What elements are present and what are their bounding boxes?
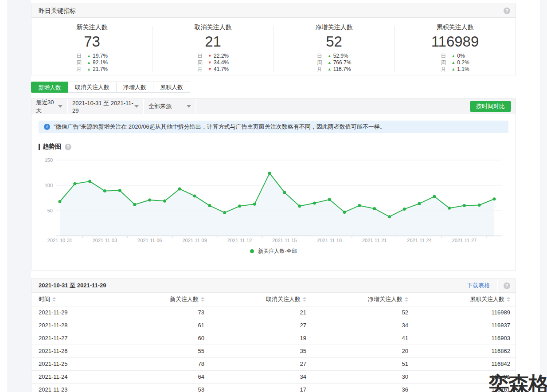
followers-table: 时间 新关注人数 取消关注人数 净增关注人数 累积关注人数 2021-11-29… <box>31 293 516 392</box>
percent-value: 116.7% <box>333 66 351 72</box>
column-header-total[interactable]: 累积关注人数 <box>414 293 516 306</box>
help-icon <box>504 282 510 289</box>
table-row: 2021-11-26553520116862 <box>31 345 516 357</box>
column-header-time[interactable]: 时间 <box>31 293 109 306</box>
table-cell: 19 <box>211 332 313 345</box>
help-icon[interactable] <box>504 8 510 14</box>
percent-value: 52.9% <box>333 53 348 59</box>
period-label: 日 <box>441 53 451 59</box>
column-header-unfollow[interactable]: 取消关注人数 <box>211 293 313 306</box>
metric-value: 73 <box>31 33 152 51</box>
metric-tabs: 新增人数 取消关注人数 净增人数 累积人数 <box>31 82 190 93</box>
svg-text:100: 100 <box>45 183 53 188</box>
table-cell: 21 <box>211 306 313 319</box>
svg-text:2021-11-15: 2021-11-15 <box>272 238 297 243</box>
table-cell: 2021-11-25 <box>31 357 109 370</box>
svg-text:2021-11-27: 2021-11-27 <box>452 238 477 243</box>
compare-by-time-button[interactable]: 按时间对比 <box>470 101 511 112</box>
svg-text:2021-10-31: 2021-10-31 <box>47 238 72 243</box>
chart-legend[interactable]: 新关注人数-全部 <box>31 247 516 255</box>
table-header-bar: 2021-10-31 至 2021-11-29 下载表格 <box>31 279 516 293</box>
trend-arrow-icon: ▼ <box>208 59 214 66</box>
svg-text:2021-11-09: 2021-11-09 <box>182 238 207 243</box>
metrics-row: 新关注人数 73 日▲19.7% 周▲92.1% 月▲21.7% 取消关注人数 … <box>31 18 516 73</box>
sort-icon <box>52 297 56 302</box>
trend-arrow-icon: ▲ <box>451 53 457 59</box>
metric-new-followers: 新关注人数 73 日▲19.7% 周▲92.1% 月▲21.7% <box>31 24 152 73</box>
percent-value: 22.2% <box>214 53 229 59</box>
metric-label: 累积关注人数 <box>395 24 516 31</box>
help-icon[interactable] <box>65 144 71 150</box>
date-preset-dropdown[interactable]: 最近30天 <box>31 99 68 114</box>
table-cell: 55 <box>109 345 211 357</box>
period-label: 周 <box>197 59 208 66</box>
table-row: 2021-11-24643430116791 <box>31 370 516 383</box>
period-label: 日 <box>197 53 208 59</box>
table-cell: 78 <box>109 357 211 370</box>
metric-total-followers: 累积关注人数 116989 日▲0% 周▲0.2% 月▲1.1% <box>395 24 516 73</box>
table-cell: 116937 <box>414 319 516 332</box>
trend-arrow-icon: ▲ <box>87 66 93 73</box>
table-cell: 20 <box>313 345 414 357</box>
table-cell: 52 <box>313 306 414 319</box>
legend-marker-icon <box>250 249 254 253</box>
trend-arrow-icon: ▲ <box>451 66 457 73</box>
trend-chart: 501001502021-10-312021-11-032021-11-0620… <box>39 154 508 245</box>
tab-new-followers[interactable]: 新增人数 <box>31 82 68 93</box>
source-value: 全部来源 <box>148 102 172 110</box>
percent-value: 1.1% <box>457 66 469 72</box>
trend-card: 最近30天 2021-10-31 至 2021-11-29 全部来源 按时间对比… <box>31 98 516 270</box>
table-cell: 34 <box>313 319 414 332</box>
column-header-new[interactable]: 新关注人数 <box>109 293 211 306</box>
source-dropdown[interactable]: 全部来源 <box>144 99 196 114</box>
period-label: 日 <box>76 53 87 59</box>
period-label: 月 <box>441 66 451 73</box>
svg-text:2021-11-12: 2021-11-12 <box>227 238 252 243</box>
metric-label: 取消关注人数 <box>152 24 274 31</box>
trend-arrow-icon: ▲ <box>87 53 93 59</box>
table-cell: 30 <box>313 370 414 383</box>
sort-icon <box>201 297 204 302</box>
data-table-card: 2021-10-31 至 2021-11-29 下载表格 时间 新关注人数 取消… <box>31 278 516 392</box>
table-cell: 27 <box>211 357 313 370</box>
table-cell: 17 <box>211 383 313 392</box>
period-label: 周 <box>76 59 87 66</box>
watermark: 奕森格 <box>488 371 547 392</box>
svg-text:50: 50 <box>47 208 53 213</box>
table-cell: 27 <box>211 319 313 332</box>
date-range-dropdown[interactable]: 2021-10-31 至 2021-11-29 <box>68 99 144 114</box>
filter-bar: 最近30天 2021-10-31 至 2021-11-29 全部来源 按时间对比 <box>31 99 516 114</box>
period-label: 日 <box>317 53 328 59</box>
percent-value: 41.7% <box>214 66 229 72</box>
trend-arrow-icon: ▲ <box>328 66 333 73</box>
table-cell: 51 <box>313 357 414 370</box>
table-row: 2021-11-29732152116989 <box>31 306 516 319</box>
trend-chart-svg: 501001502021-10-312021-11-032021-11-0620… <box>39 154 508 245</box>
tab-total[interactable]: 累积人数 <box>153 82 190 93</box>
key-metrics-card: 昨日关键指标 新关注人数 73 日▲19.7% 周▲92.1% 月▲21.7% … <box>31 4 516 75</box>
table-cell: 116989 <box>414 306 516 319</box>
svg-text:2021-11-21: 2021-11-21 <box>362 238 387 243</box>
page-left-gutter <box>7 0 31 392</box>
table-cell: 61 <box>109 319 211 332</box>
table-cell: 64 <box>109 370 211 383</box>
table-cell: 73 <box>109 306 211 319</box>
table-row: 2021-11-25782751116842 <box>31 357 516 370</box>
table-cell: 116842 <box>414 357 516 370</box>
scrollbar[interactable] <box>540 0 547 392</box>
sort-icon <box>405 297 408 302</box>
chevron-down-icon <box>58 105 63 108</box>
table-help-box[interactable] <box>497 279 516 292</box>
download-table-link[interactable]: 下载表格 <box>467 282 497 290</box>
percent-value: 34.4% <box>214 59 229 66</box>
sort-icon <box>507 297 510 302</box>
table-cell: 2021-11-27 <box>31 332 109 345</box>
column-header-net[interactable]: 净增关注人数 <box>313 293 414 306</box>
table-date-range-title: 2021-10-31 至 2021-11-29 <box>31 282 467 290</box>
table-row: 2021-11-28612734116937 <box>31 319 516 332</box>
table-cell: 116903 <box>414 332 516 345</box>
metric-net-growth: 净增关注人数 52 日▲52.9% 周▲766.7% 月▲116.7% <box>274 24 395 73</box>
percent-value: 0% <box>457 53 465 59</box>
tab-net-growth[interactable]: 净增人数 <box>116 82 153 93</box>
tab-unfollowers[interactable]: 取消关注人数 <box>68 82 117 93</box>
